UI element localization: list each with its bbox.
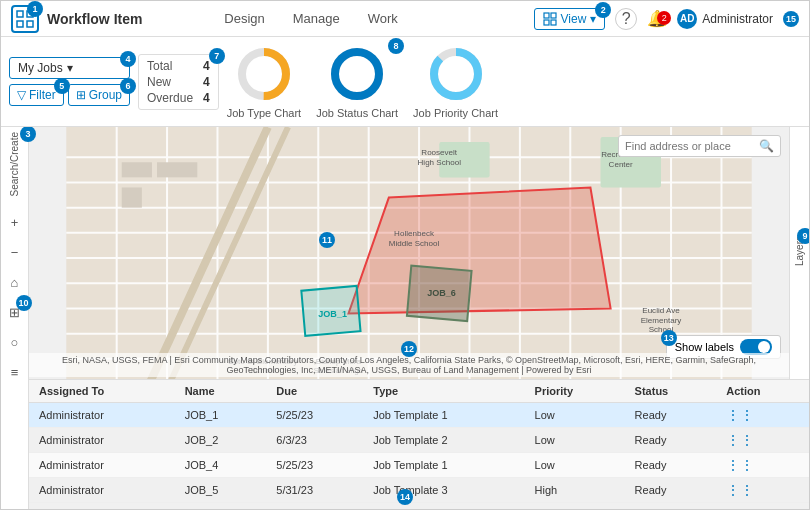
col-type: Type	[363, 380, 524, 403]
svg-rect-7	[551, 20, 556, 25]
group-label: Group	[89, 88, 122, 102]
table-row[interactable]: Administrator JOB_2 6/3/23 Job Template …	[29, 428, 809, 453]
legend-icon[interactable]: ≡	[4, 361, 26, 383]
svg-text:Center: Center	[609, 160, 633, 169]
toolbar: My Jobs ▾ 4 ▽ Filter 5 ⊞ Group	[1, 37, 809, 127]
svg-text:High School: High School	[418, 158, 462, 167]
overdue-label: Overdue	[147, 91, 193, 105]
cell-priority: High	[525, 478, 625, 503]
svg-rect-2	[17, 21, 23, 27]
cell-priority: Low	[525, 403, 625, 428]
chart-area: Job Type Chart Job Status Chart 8	[227, 44, 801, 119]
cell-action[interactable]: ⋮⋮	[716, 403, 809, 428]
cell-assigned: Administrator	[29, 403, 175, 428]
table-row[interactable]: Administrator JOB_4 5/25/23 Job Template…	[29, 453, 809, 478]
user-menu[interactable]: AD Administrator	[677, 9, 773, 29]
jobs-controls: My Jobs ▾ 4 ▽ Filter 5 ⊞ Group	[9, 57, 130, 106]
col-status: Status	[625, 380, 717, 403]
cell-priority: Low	[525, 428, 625, 453]
toggle-knob	[758, 341, 770, 353]
svg-rect-5	[551, 13, 556, 18]
cell-type: Job Template 1	[363, 403, 524, 428]
nav-design[interactable]: Design	[220, 9, 268, 28]
svg-text:Hollenbeck: Hollenbeck	[394, 229, 435, 238]
badge-14: 14	[397, 489, 413, 505]
notification-badge: 2	[657, 11, 671, 25]
badge-15: 15	[783, 11, 799, 27]
stats-box: Total 4 New 4 Overdue 4	[138, 54, 219, 110]
show-labels-text: Show labels	[675, 341, 734, 353]
app-container: 1 Workflow Item Design Manage Work View …	[0, 0, 810, 510]
badge-11: 11	[319, 232, 335, 248]
badge-12: 12	[401, 341, 417, 357]
svg-text:Euclid Ave: Euclid Ave	[642, 306, 680, 315]
col-name: Name	[175, 380, 267, 403]
svg-rect-43	[122, 187, 142, 207]
cell-type: Job Template 3	[363, 478, 524, 503]
cell-due: 5/25/23	[266, 453, 363, 478]
main-area: Search/Create 3 + − ⌂ ⊞ 10 ○ ≡	[1, 127, 809, 509]
view-label: View	[561, 12, 587, 26]
total-value: 4	[203, 59, 210, 73]
cell-name: JOB_1	[175, 403, 267, 428]
cell-action[interactable]: ⋮⋮	[716, 453, 809, 478]
table-row[interactable]: Administrator JOB_1 5/25/23 Job Template…	[29, 403, 809, 428]
col-action: Action	[716, 380, 809, 403]
my-jobs-dropdown[interactable]: My Jobs ▾	[9, 57, 130, 79]
svg-text:JOB_6: JOB_6	[427, 288, 456, 298]
svg-rect-0	[17, 11, 23, 17]
badge-2: 2	[595, 2, 611, 18]
cell-name: JOB_5	[175, 478, 267, 503]
zoom-minus-icon[interactable]: −	[4, 241, 26, 263]
action-icon[interactable]: ⋮⋮	[726, 432, 754, 448]
action-icon[interactable]: ⋮⋮	[726, 482, 754, 498]
notifications-button[interactable]: 🔔 2	[647, 9, 667, 28]
svg-rect-6	[544, 20, 549, 25]
svg-text:JOB_1: JOB_1	[318, 309, 347, 319]
action-icon[interactable]: ⋮⋮	[726, 407, 754, 423]
map-search-input[interactable]	[625, 140, 755, 152]
job-type-chart-label: Job Type Chart	[227, 107, 301, 119]
badge-7: 7	[209, 48, 225, 64]
svg-text:Roosevelt: Roosevelt	[421, 148, 458, 157]
view-button-wrapper: View ▾ 2	[534, 8, 606, 30]
badge-1: 1	[27, 1, 43, 17]
app-logo: 1	[11, 5, 39, 33]
job-status-chart-label: Job Status Chart	[316, 107, 398, 119]
svg-text:Middle School: Middle School	[389, 239, 440, 248]
map-panel: JOB_1 JOB_6 Hollenbeck Middle School Roo…	[29, 127, 809, 379]
basemap-icon[interactable]: ○	[4, 331, 26, 353]
user-avatar: AD	[677, 9, 697, 29]
nav-manage[interactable]: Manage	[289, 9, 344, 28]
cell-assigned: Administrator	[29, 453, 175, 478]
svg-rect-3	[27, 21, 33, 27]
my-jobs-label: My Jobs	[18, 61, 63, 75]
col-assigned: Assigned To	[29, 380, 175, 403]
cell-action[interactable]: ⋮⋮	[716, 428, 809, 453]
table-row[interactable]: Administrator JOB_5 5/31/23 Job Template…	[29, 478, 809, 503]
map-search-icon[interactable]: 🔍	[759, 139, 774, 153]
cell-name: JOB_2	[175, 428, 267, 453]
svg-rect-4	[544, 13, 549, 18]
app-title: Workflow Item	[47, 11, 142, 27]
action-icon[interactable]: ⋮⋮	[726, 457, 754, 473]
svg-marker-44	[349, 187, 611, 313]
map-container[interactable]: JOB_1 JOB_6 Hollenbeck Middle School Roo…	[29, 127, 789, 379]
search-create-label[interactable]: Search/Create	[9, 132, 20, 196]
left-sidebar: Search/Create 3 + − ⌂ ⊞ 10 ○ ≡	[1, 127, 29, 509]
nav-work[interactable]: Work	[364, 9, 402, 28]
badge-13: 13	[661, 330, 677, 346]
job-table: Assigned To Name Due Type Priority Statu…	[29, 379, 809, 509]
overdue-value: 4	[203, 91, 210, 105]
job-priority-chart: Job Priority Chart	[413, 44, 498, 119]
col-priority: Priority	[525, 380, 625, 403]
cell-due: 5/31/23	[266, 478, 363, 503]
cell-due: 5/25/23	[266, 403, 363, 428]
home-icon[interactable]: ⌂	[4, 271, 26, 293]
help-button[interactable]: ?	[615, 8, 637, 30]
zoom-plus-icon[interactable]: +	[4, 211, 26, 233]
cell-due: 6/3/23	[266, 428, 363, 453]
cell-action[interactable]: ⋮⋮	[716, 478, 809, 503]
cell-priority: Low	[525, 453, 625, 478]
cell-name: JOB_4	[175, 453, 267, 478]
